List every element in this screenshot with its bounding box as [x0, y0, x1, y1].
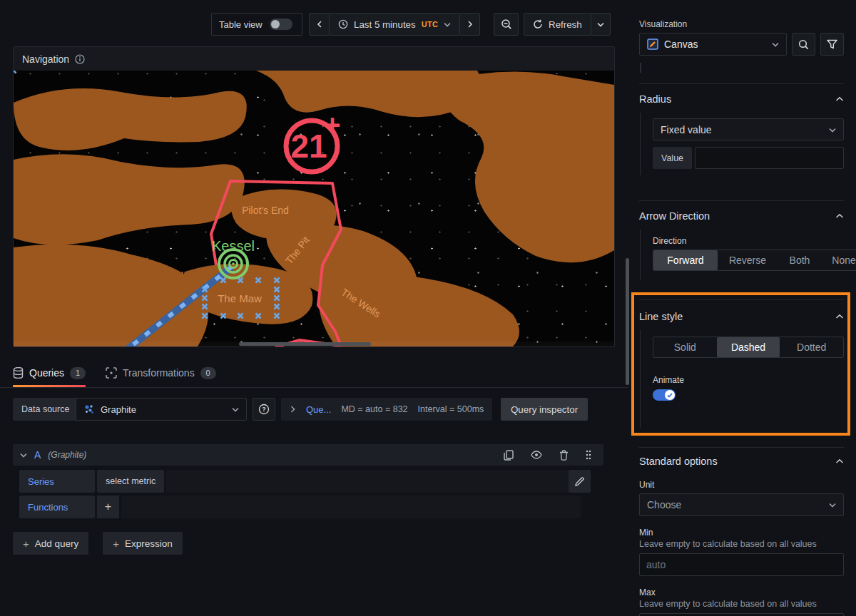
radius-section-header[interactable]: Radius [639, 93, 844, 106]
scroll-tick [640, 63, 641, 73]
radius-type-select[interactable]: Fixed value [653, 118, 844, 140]
query-options-interval: Interval = 500ms [418, 404, 484, 414]
radius-type-value: Fixed value [661, 124, 712, 135]
unit-placeholder: Choose [647, 499, 681, 510]
time-range-button[interactable]: Last 5 minutes UTC [329, 13, 460, 36]
time-picker-group: Last 5 minutes UTC [309, 13, 480, 36]
canvas-visualization[interactable]: 21 + Pilot's End Kessel The Maw The Pit … [14, 71, 614, 346]
zoom-out-icon [501, 19, 512, 30]
tab-queries-label: Queries [29, 367, 64, 379]
animate-label: Animate [653, 375, 844, 385]
refresh-interval-dropdown[interactable] [591, 13, 611, 36]
refresh-icon [533, 19, 543, 29]
query-ref-id: A [34, 449, 41, 461]
add-function-button[interactable]: + [97, 496, 119, 518]
line-style-option-dashed[interactable]: Dashed [717, 337, 780, 357]
add-expression-button[interactable]: + Expression [103, 532, 183, 555]
tab-queries-count: 1 [70, 367, 86, 379]
line-style-option-solid[interactable]: Solid [653, 337, 717, 357]
vertical-scrollbar[interactable] [626, 258, 629, 385]
select-metric-button[interactable]: select metric [97, 470, 164, 493]
graphite-datasource-icon [83, 404, 95, 415]
min-label: Min [639, 528, 844, 538]
radius-value-row: Value [653, 147, 844, 169]
radius-value-input[interactable] [695, 147, 844, 169]
visualization-picker[interactable]: Canvas [639, 33, 787, 56]
toggle-knob [665, 390, 675, 400]
filter-options-button[interactable] [820, 33, 844, 56]
options-sidebar: Visualization Canvas Radius Fixed value [639, 0, 856, 616]
hide-response-button[interactable] [526, 451, 547, 459]
add-query-label: Add query [35, 538, 79, 549]
radius-section-title: Radius [639, 93, 671, 105]
datasource-picker[interactable]: Graphite [76, 398, 247, 421]
chevron-down-icon [597, 21, 604, 28]
unit-select[interactable]: Choose [639, 493, 844, 516]
direction-option-both[interactable]: Both [778, 250, 822, 270]
functions-label[interactable]: Functions [19, 496, 95, 518]
arrow-direction-section-header[interactable]: Arrow Direction [639, 210, 844, 222]
drag-handle[interactable] [581, 450, 596, 460]
refresh-label: Refresh [549, 19, 582, 30]
series-row: Series select metric [19, 470, 579, 493]
direction-option-reverse[interactable]: Reverse [718, 250, 778, 270]
chevron-right-icon [290, 406, 296, 413]
horizontal-scrollbar[interactable] [239, 342, 371, 346]
collapse-chevron-icon[interactable] [20, 451, 27, 458]
zoom-out-time-button[interactable] [494, 13, 519, 36]
query-actions: + Add query + Expression [13, 532, 183, 555]
line-style-option-dotted[interactable]: Dotted [780, 337, 843, 357]
sidebar-divider [639, 200, 844, 201]
line-style-segmented-control: Solid Dashed Dotted [653, 337, 844, 358]
max-input[interactable] [639, 613, 844, 616]
time-shift-back-button[interactable] [309, 13, 330, 36]
database-icon [13, 367, 24, 379]
tab-transformations[interactable]: Transformations 0 [106, 361, 216, 385]
animate-toggle[interactable] [653, 389, 676, 401]
eye-icon [531, 451, 542, 459]
pencil-icon [575, 477, 584, 486]
line-style-section-header[interactable]: Line style [639, 310, 844, 323]
edit-query-button[interactable] [569, 470, 591, 493]
refresh-button[interactable]: Refresh [524, 13, 591, 36]
map-label-pilots-end: Pilot's End [242, 205, 289, 216]
functions-field[interactable] [121, 496, 581, 518]
min-input[interactable] [639, 553, 844, 576]
duplicate-query-button[interactable] [499, 450, 519, 461]
tabs-divider [0, 387, 628, 388]
query-datasource-hint: (Graphite) [48, 450, 86, 460]
series-label[interactable]: Series [19, 470, 95, 493]
tab-queries[interactable]: Queries 1 [13, 361, 86, 385]
max-label: Max [639, 587, 844, 597]
sidebar-divider [639, 299, 844, 300]
query-options-summary: Que... [306, 404, 331, 415]
query-options-toggle[interactable]: Que... MD = auto = 832 Interval = 500ms [281, 398, 492, 421]
time-shift-forward-button[interactable] [459, 13, 480, 36]
panel-header[interactable]: Navigation [14, 47, 614, 71]
table-view-toggle[interactable] [270, 19, 292, 30]
direction-option-none[interactable]: None [822, 250, 856, 270]
direction-option-forward[interactable]: Forward [653, 250, 718, 270]
functions-row: Functions + [19, 496, 581, 518]
datasource-help-button[interactable]: ? [253, 398, 275, 421]
search-options-button[interactable] [792, 33, 815, 56]
query-options-md: MD = auto = 832 [341, 404, 407, 414]
chevron-up-icon [835, 96, 844, 102]
table-view-label: Table view [219, 19, 263, 30]
unit-label: Unit [639, 480, 844, 490]
remove-query-button[interactable] [554, 450, 574, 461]
kessel-map-graphic: 21 + [14, 71, 614, 346]
visualization-label: Visualization [639, 19, 687, 29]
info-icon[interactable] [75, 54, 85, 64]
max-hint: Leave empty to calculate based on all va… [639, 599, 844, 609]
query-inspector-button[interactable]: Query inspector [501, 398, 588, 421]
chevron-down-icon [232, 406, 239, 413]
add-query-button[interactable]: + Add query [13, 532, 88, 555]
chevron-up-icon [835, 314, 844, 319]
query-row-header[interactable]: A (Graphite) [13, 444, 603, 466]
visualization-row: Canvas [639, 33, 844, 56]
series-field[interactable] [166, 470, 579, 493]
direction-label: Direction [653, 236, 856, 246]
standard-options-section-header[interactable]: Standard options [639, 455, 844, 468]
chevron-left-icon [316, 21, 323, 28]
